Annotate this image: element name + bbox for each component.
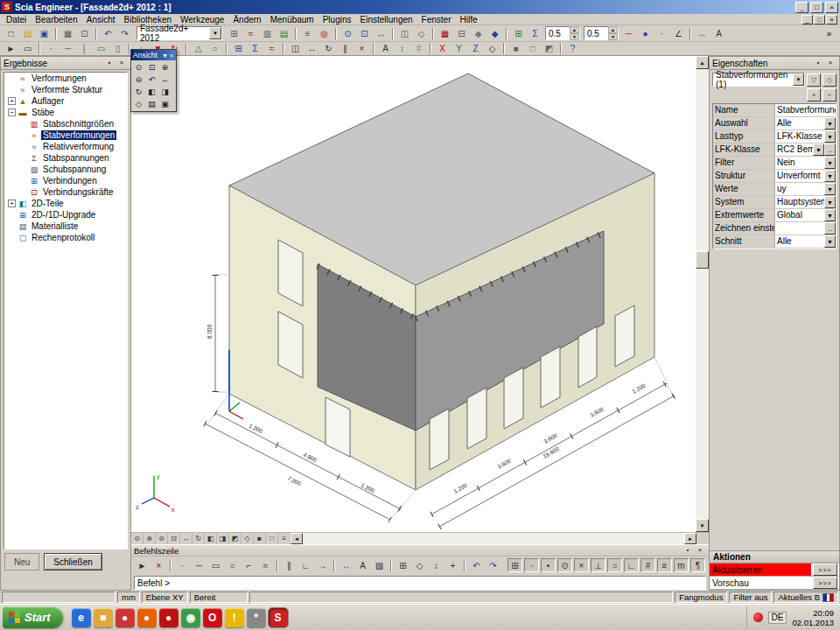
wall-icon[interactable]: ▯ (110, 42, 125, 56)
snap-intersection-icon[interactable]: × (574, 558, 589, 572)
scale-spinner-1[interactable]: 0.5 ▲▼ (545, 26, 580, 40)
folder-icon[interactable]: ■ (94, 608, 113, 627)
tree-item-stabverformungen[interactable]: ≈Stabverformungen (4, 130, 127, 141)
project-combo[interactable]: Fassade2d+ 2012 ▼ (136, 26, 222, 40)
close-button[interactable]: × (825, 2, 838, 13)
select-window-icon[interactable]: ▭ (20, 42, 35, 56)
tree-item-verbindungen[interactable]: ⊞Verbindungen (4, 175, 127, 186)
modify-trim-icon[interactable]: ∟ (298, 558, 313, 572)
dropdown-arrow-icon[interactable]: ▼ (824, 170, 836, 182)
menu-plugins[interactable]: Plugins (318, 15, 356, 24)
dimension-tool-icon[interactable]: ↔ (695, 26, 710, 40)
aktualisieren-button[interactable]: Aktualisieren (710, 564, 811, 576)
mesh-setup-icon[interactable]: ⊞ (511, 26, 526, 40)
scroll-up-icon[interactable]: ▲ (696, 56, 709, 69)
vp-zoom-in-icon[interactable]: ⊕ (144, 533, 156, 544)
tree-item-stabspannungen[interactable]: ΣStabspannungen (4, 152, 127, 164)
join-tool-icon[interactable]: + (445, 558, 460, 572)
tree-item-verformte-struktur[interactable]: ≈Verformte Struktur (4, 84, 127, 95)
node-icon[interactable]: · (44, 42, 59, 56)
plate-icon[interactable]: ▭ (94, 42, 108, 56)
horizontal-scrollbar-track[interactable] (303, 533, 684, 544)
zoom-all-icon[interactable]: ⊙ (340, 26, 355, 40)
property-value[interactable]: uy (775, 183, 824, 195)
menu-fenster[interactable]: Fenster (417, 15, 456, 24)
property-value[interactable]: Global (775, 209, 824, 221)
tree-item-stabschnittgr-en[interactable]: ▥Stabschnittgrößen (4, 118, 127, 130)
tree-item-relativverformung[interactable]: ≈Relativverformung (4, 141, 127, 152)
view-y-icon[interactable]: Y (452, 42, 466, 56)
perspective-icon[interactable]: ◇ (414, 26, 429, 40)
menu-einstellungen[interactable]: Einstellungen (356, 15, 417, 24)
vp-zoom-out-icon[interactable]: ⊖ (156, 533, 168, 544)
spinner-up-icon[interactable]: ▲ (608, 26, 618, 33)
status-plane[interactable]: Ebene XY (142, 592, 188, 603)
draw-arc-icon[interactable]: ⌐ (242, 558, 256, 572)
render-wireframe-icon[interactable]: □ (525, 42, 540, 56)
load-cases-icon[interactable]: ▦ (438, 26, 452, 40)
grid-icon[interactable]: # (411, 42, 426, 56)
scroll-right-icon[interactable]: ► (684, 533, 696, 544)
print-view-icon[interactable]: ▤ (145, 98, 158, 110)
command-select-icon[interactable]: ► (135, 558, 150, 572)
save-project-icon[interactable]: ▣ (37, 26, 52, 40)
select-cursor-icon[interactable]: ► (4, 42, 18, 56)
new-project-icon[interactable]: □ (4, 26, 18, 40)
property-value[interactable]: RC2 Bem1 (775, 144, 813, 156)
print-icon[interactable]: ▦ (60, 26, 75, 40)
stretch-tool-icon[interactable]: ↕ (429, 558, 444, 572)
vp-zoom-all-icon[interactable]: ⊙ (131, 533, 144, 544)
vertical-scrollbar-thumb[interactable] (696, 251, 709, 269)
property-favorites-icon[interactable]: ◇ (822, 74, 836, 87)
dropdown-arrow-icon[interactable]: ▼ (824, 183, 836, 195)
tree-item-verformungen[interactable]: ≈Verformungen (4, 73, 127, 84)
dropdown-arrow-icon[interactable]: ▼ (824, 235, 836, 248)
menu-men-baum[interactable]: Menübaum (266, 15, 318, 24)
capture-view-icon[interactable]: ▣ (158, 98, 172, 110)
zoom-window-icon[interactable]: ⊡ (357, 26, 372, 40)
snap-endpoint-icon[interactable]: ◦ (524, 558, 539, 572)
axonometric-icon[interactable]: ◇ (485, 42, 500, 56)
view-front-icon[interactable]: ◧ (145, 86, 158, 98)
vp-view-side-icon[interactable]: ◩ (229, 533, 242, 544)
view-top-icon[interactable]: ◨ (158, 86, 172, 98)
collapse-all-icon[interactable]: − (822, 88, 836, 102)
tree-item-schubspannung[interactable]: ▧Schubspannung (4, 164, 127, 175)
property-value[interactable] (775, 222, 824, 234)
mdi-close-button[interactable]: × (826, 15, 837, 24)
results-icon[interactable]: ≈ (243, 26, 258, 40)
model-canvas-area[interactable]: 1.200 4.800 1.200 7.200 1.200 3.600 3.60… (131, 56, 696, 532)
spinner-down-icon[interactable]: ▼ (570, 33, 579, 40)
draw-line-icon[interactable]: ─ (192, 558, 206, 572)
property-value[interactable]: Stabverformungen (775, 104, 836, 116)
start-button[interactable]: Start (3, 606, 63, 628)
expand-all-icon[interactable]: + (807, 88, 821, 102)
language-indicator[interactable]: DE (768, 612, 788, 624)
measure-icon[interactable]: ↔ (339, 558, 354, 572)
tree-item-materialliste[interactable]: ▤Materialliste (4, 220, 127, 232)
scale-tool-icon[interactable]: ◇ (412, 558, 427, 572)
image-gallery-icon[interactable]: ▤ (276, 26, 291, 40)
angle-tool-icon[interactable]: ∠ (671, 26, 686, 40)
warning-icon[interactable]: ! (225, 608, 244, 627)
vp-render-wire-icon[interactable]: □ (266, 533, 278, 544)
mesh-icon[interactable]: ⊞ (231, 42, 246, 56)
vp-rotate-icon[interactable]: ↻ (192, 533, 205, 544)
activity-icon[interactable]: ◎ (317, 26, 332, 40)
vp-view-front-icon[interactable]: ◨ (217, 533, 229, 544)
view-z-icon[interactable]: Z (468, 42, 483, 56)
copy-icon[interactable]: ◫ (288, 42, 303, 56)
coords-display-icon[interactable]: ≡ (657, 558, 672, 572)
units-display-icon[interactable]: m (674, 558, 689, 572)
ortho-mode-icon[interactable]: ∟ (624, 558, 639, 572)
solver-setup-icon[interactable]: Σ (528, 26, 542, 40)
circle-tool-icon[interactable]: ● (638, 26, 653, 40)
tree-item-st-be[interactable]: −▬Stäbe (4, 107, 127, 118)
calculator-icon[interactable]: ⊞ (227, 26, 242, 40)
vp-render-solid-icon[interactable]: ■ (254, 533, 266, 544)
calculate-icon[interactable]: Σ (248, 42, 262, 56)
snap-midpoint-icon[interactable]: • (541, 558, 556, 572)
dropdown-arrow-icon[interactable]: ▼ (813, 144, 824, 156)
support-icon[interactable]: △ (191, 42, 206, 56)
internet-explorer-icon[interactable]: e (72, 608, 91, 627)
